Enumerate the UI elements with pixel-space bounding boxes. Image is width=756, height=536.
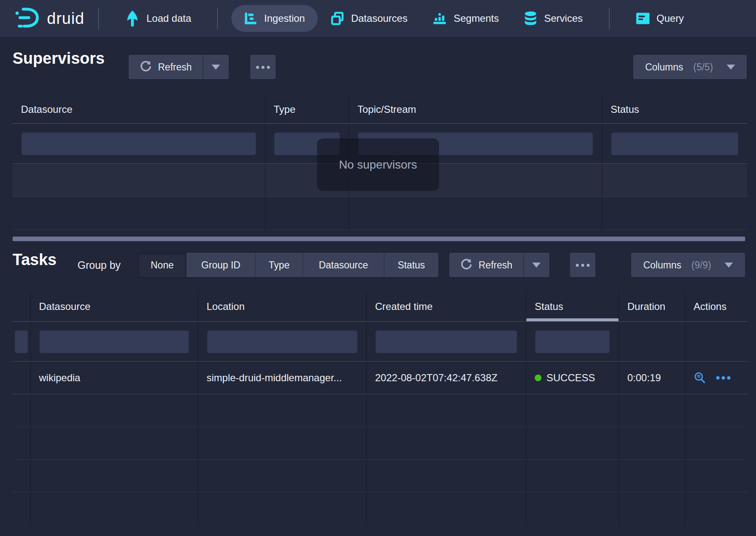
column-header[interactable]: Status <box>602 96 747 123</box>
sort-indicator <box>526 318 619 321</box>
tasks-more-button[interactable] <box>570 253 595 277</box>
nav-item-label: Datasources <box>351 13 408 24</box>
tasks-filter-row <box>13 322 747 362</box>
chevron-down-icon <box>532 263 541 268</box>
brand-name: druid <box>47 10 85 28</box>
refresh-icon <box>460 258 473 273</box>
column-header-sorted[interactable]: Status <box>526 291 619 321</box>
column-header[interactable]: Duration <box>619 291 685 321</box>
columns-label: Columns <box>645 62 683 73</box>
columns-count: (9/9) <box>691 260 711 271</box>
column-header[interactable]: Type <box>265 96 349 123</box>
columns-label: Columns <box>643 260 681 271</box>
empty-row <box>13 394 747 427</box>
chevron-down-icon <box>212 65 220 70</box>
actions-filter-cell <box>685 322 747 361</box>
druid-brand[interactable]: druid <box>14 6 85 31</box>
group-by-label: Group by <box>78 259 121 271</box>
group-by-none-button[interactable]: None <box>138 253 186 277</box>
tasks-table: Datasource Location Created time Status … <box>13 291 747 525</box>
view-details-button[interactable] <box>694 372 706 384</box>
column-header[interactable]: Location <box>198 291 367 321</box>
task-duration: 0:00:19 <box>619 362 685 394</box>
nav-item-label: Ingestion <box>264 13 305 24</box>
nav-item-label: Services <box>544 13 583 24</box>
tasks-title: Tasks <box>13 251 57 269</box>
duration-filter-cell <box>619 322 685 361</box>
empty-row <box>13 427 747 460</box>
column-header[interactable]: Created time <box>367 291 526 321</box>
column-header[interactable]: Datasource <box>31 291 198 321</box>
group-by-datasource-button[interactable]: Datasource <box>303 253 384 277</box>
empty-row <box>13 492 747 525</box>
nav-item-segments[interactable]: Segments <box>420 5 511 32</box>
group-by-status-button[interactable]: Status <box>384 253 438 277</box>
group-by-group-id-button[interactable]: Group ID <box>186 253 256 277</box>
nav-item-label: Load data <box>147 13 192 24</box>
supervisors-title: Supervisors <box>13 49 105 68</box>
layers-icon <box>330 11 344 26</box>
druid-console: druid Load data Ingestion <box>0 0 756 536</box>
column-header[interactable]: Actions <box>685 291 747 321</box>
refresh-icon <box>140 60 152 75</box>
datasource-filter-input[interactable] <box>21 131 256 156</box>
supervisors-refresh-split-button: Refresh <box>129 55 229 79</box>
location-filter-input[interactable] <box>207 329 358 354</box>
console-icon <box>636 12 650 25</box>
nav-item-query[interactable]: Query <box>623 5 696 32</box>
tasks-columns-button[interactable]: Columns(9/9) <box>631 253 745 277</box>
nav-item-services[interactable]: Services <box>511 5 595 32</box>
chevron-down-icon <box>727 65 735 70</box>
nav-divider <box>98 8 99 29</box>
task-actions <box>685 362 747 394</box>
expander-column-header <box>13 291 31 321</box>
created-time-filter-input[interactable] <box>375 329 518 354</box>
status-filter-input[interactable] <box>535 329 610 354</box>
refresh-label: Refresh <box>158 62 192 73</box>
task-row[interactable]: wikipedia simple-druid-middlemanager... … <box>13 362 747 394</box>
no-supervisors-message: No supervisors <box>317 138 439 191</box>
datasource-filter-input[interactable] <box>39 329 189 354</box>
nav-item-datasources[interactable]: Datasources <box>318 5 420 32</box>
gantt-chart-icon <box>244 12 257 25</box>
more-icon <box>256 66 270 69</box>
nav-divider <box>217 8 218 29</box>
refresh-dropdown-button[interactable] <box>203 55 229 79</box>
supervisors-more-button[interactable] <box>250 55 276 79</box>
horizontal-scrollbar[interactable] <box>13 237 745 241</box>
chevron-down-icon <box>725 263 733 268</box>
supervisors-columns-button[interactable]: Columns(5/5) <box>633 55 747 79</box>
tasks-refresh-split-button: Refresh <box>449 253 549 277</box>
status-filter-input[interactable] <box>611 131 739 156</box>
refresh-label: Refresh <box>479 260 513 271</box>
upload-icon <box>125 10 140 27</box>
tasks-header-row: Datasource Location Created time Status … <box>13 291 747 322</box>
expander-filter-input[interactable] <box>14 329 28 354</box>
nav-item-label: Query <box>657 13 684 24</box>
empty-row <box>13 460 747 492</box>
refresh-dropdown-button[interactable] <box>523 253 549 277</box>
row-more-button[interactable] <box>716 376 730 380</box>
task-location: simple-druid-middlemanager... <box>198 362 367 394</box>
refresh-button[interactable]: Refresh <box>449 253 523 277</box>
column-header[interactable]: Topic/Stream <box>349 96 602 123</box>
supervisors-header-row: Datasource Type Topic/Stream Status <box>13 96 747 124</box>
bar-chart-icon <box>432 11 447 26</box>
nav-item-load-data[interactable]: Load data <box>112 5 204 32</box>
top-nav: druid Load data Ingestion <box>0 0 756 37</box>
druid-logo-icon <box>14 6 40 31</box>
column-header[interactable]: Datasource <box>13 96 265 123</box>
nav-divider <box>609 8 610 29</box>
refresh-button[interactable]: Refresh <box>129 55 203 79</box>
group-by-type-button[interactable]: Type <box>256 253 303 277</box>
group-by-button-group: None Group ID Type Datasource Status <box>138 253 438 277</box>
nav-item-label: Segments <box>453 13 499 24</box>
task-status: SUCCESS <box>526 362 619 394</box>
more-icon <box>576 264 590 267</box>
status-dot-icon <box>535 375 541 381</box>
nav-item-ingestion[interactable]: Ingestion <box>231 5 317 32</box>
task-created-time: 2022-08-02T07:42:47.638Z <box>367 362 526 394</box>
database-icon <box>524 11 537 26</box>
search-detail-icon <box>694 372 706 384</box>
empty-row <box>13 197 747 230</box>
